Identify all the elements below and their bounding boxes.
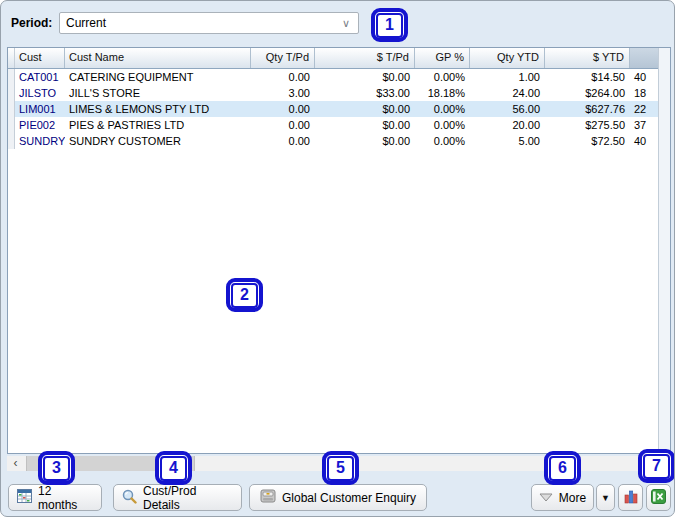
table-row[interactable]: SUNDRY SUNDRY CUSTOMER 0.00 $0.00 0.00% … bbox=[8, 133, 670, 149]
annotation-badge-3: 3 bbox=[38, 451, 75, 485]
drawer-icon bbox=[260, 489, 276, 506]
customer-enquiry-window: Period: Current ∨ Cust Cust Name Qty T/P… bbox=[0, 0, 675, 517]
caret-down-icon: ▼ bbox=[601, 493, 610, 503]
grid-header-row: Cust Cust Name Qty T/Pd $ T/Pd GP % Qty … bbox=[8, 48, 670, 69]
bar-chart-icon bbox=[623, 489, 639, 507]
cust-prod-details-button-label: Cust/Prod Details bbox=[143, 484, 233, 512]
column-header-amt-ytd[interactable]: $ YTD bbox=[545, 48, 630, 68]
period-dropdown[interactable]: Current ∨ bbox=[59, 12, 359, 34]
annotation-badge-6: 6 bbox=[544, 451, 581, 485]
column-header-cust[interactable]: Cust bbox=[15, 48, 65, 68]
global-customer-enquiry-button[interactable]: Global Customer Enquiry bbox=[249, 484, 427, 511]
more-button-label: More bbox=[559, 491, 586, 505]
cust-code-cell: CAT001 bbox=[15, 69, 65, 85]
table-row-selected[interactable]: LIM001 LIMES & LEMONS PTY LTD 0.00 $0.00… bbox=[8, 101, 670, 117]
period-dropdown-value: Current bbox=[66, 16, 342, 30]
column-header-qty-tpd[interactable]: Qty T/Pd bbox=[251, 48, 315, 68]
period-label: Period: bbox=[11, 16, 52, 30]
cust-prod-details-button[interactable]: Cust/Prod Details bbox=[113, 484, 242, 511]
annotation-badge-4: 4 bbox=[155, 451, 192, 485]
magnifier-icon bbox=[122, 489, 137, 507]
vertical-scrollbar[interactable] bbox=[658, 48, 670, 453]
column-header-clipped[interactable] bbox=[630, 48, 659, 68]
customer-grid: Cust Cust Name Qty T/Pd $ T/Pd GP % Qty … bbox=[7, 47, 671, 454]
export-excel-button[interactable] bbox=[646, 484, 671, 511]
column-header-amt-tpd[interactable]: $ T/Pd bbox=[315, 48, 415, 68]
cust-name-cell: CATERING EQUIPMENT bbox=[65, 69, 251, 85]
annotation-badge-2: 2 bbox=[226, 278, 263, 312]
cust-name-cell: LIMES & LEMONS PTY LTD bbox=[65, 101, 251, 117]
row-selector-header bbox=[8, 48, 15, 68]
cust-code-cell: JILSTO bbox=[15, 85, 65, 101]
chart-button[interactable] bbox=[618, 484, 643, 511]
annotation-badge-7: 7 bbox=[638, 449, 675, 483]
global-customer-enquiry-button-label: Global Customer Enquiry bbox=[282, 491, 416, 505]
calendar-table-icon bbox=[17, 489, 32, 506]
cust-name-cell: JILL'S STORE bbox=[65, 85, 251, 101]
column-header-qty-ytd[interactable]: Qty YTD bbox=[470, 48, 545, 68]
cust-code-cell: SUNDRY bbox=[15, 133, 65, 149]
table-row[interactable]: CAT001 CATERING EQUIPMENT 0.00 $0.00 0.0… bbox=[8, 69, 670, 85]
more-split-dropdown-button[interactable]: ▼ bbox=[596, 484, 615, 511]
cust-name-cell: SUNDRY CUSTOMER bbox=[65, 133, 251, 149]
table-row[interactable]: PIE002 PIES & PASTRIES LTD 0.00 $0.00 0.… bbox=[8, 117, 670, 133]
cust-name-cell: PIES & PASTRIES LTD bbox=[65, 117, 251, 133]
column-header-gp-pct[interactable]: GP % bbox=[415, 48, 470, 68]
triangle-down-icon bbox=[539, 491, 553, 505]
scroll-left-arrow-icon[interactable]: ‹ bbox=[7, 456, 24, 471]
table-row[interactable]: JILSTO JILL'S STORE 3.00 $33.00 18.18% 2… bbox=[8, 85, 670, 101]
cust-code-cell: LIM001 bbox=[15, 101, 65, 117]
chevron-down-icon: ∨ bbox=[342, 17, 350, 30]
annotation-badge-5: 5 bbox=[322, 451, 359, 485]
column-header-custname[interactable]: Cust Name bbox=[65, 48, 251, 68]
twelve-months-button[interactable]: 12 months bbox=[8, 484, 102, 511]
more-button[interactable]: More bbox=[531, 484, 594, 511]
cust-code-cell: PIE002 bbox=[15, 117, 65, 133]
twelve-months-button-label: 12 months bbox=[38, 484, 93, 512]
excel-export-icon bbox=[651, 489, 666, 507]
annotation-badge-1: 1 bbox=[371, 8, 408, 42]
